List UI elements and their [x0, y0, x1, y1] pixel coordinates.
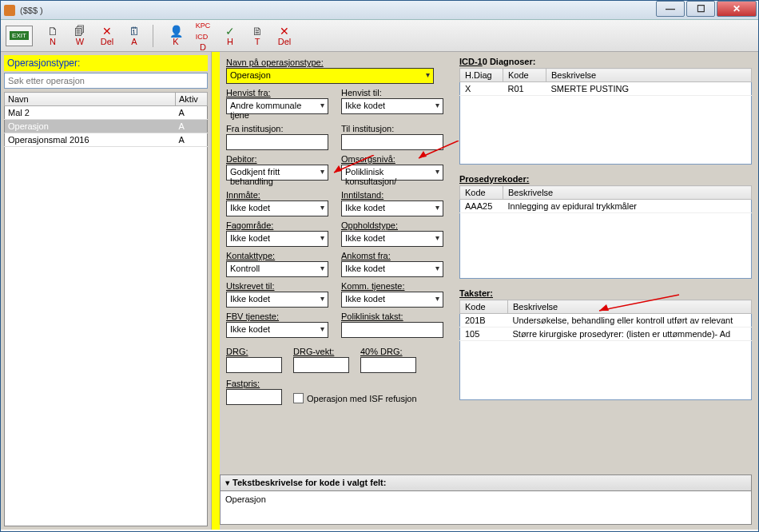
drg-input[interactable] — [226, 357, 282, 373]
fagomrade-label: Fagområde: — [226, 220, 335, 231]
drg-label: DRG: — [226, 346, 282, 357]
politakst-input[interactable] — [341, 322, 443, 338]
chevron-down-icon: ▾ — [225, 478, 230, 487]
fbv-combo[interactable]: Ikke kodet — [226, 322, 328, 338]
fra-inst-label: Fra institusjon: — [226, 123, 335, 134]
fagomrade-combo[interactable]: Ikke kodet — [226, 231, 328, 247]
toolbar-n[interactable]: 🗋N — [41, 23, 65, 49]
kontakttype-combo[interactable]: Kontroll — [226, 261, 328, 277]
isf-label: Operasjon med ISF refusjon — [307, 394, 417, 403]
toolbar-t[interactable]: 🗎T — [245, 23, 269, 49]
col-aktiv[interactable]: Aktiv — [176, 93, 208, 106]
debitor-label: Debitor: — [226, 153, 335, 165]
col-kode[interactable]: Kode — [460, 186, 503, 200]
col-hdiag[interactable]: H.Diag — [460, 69, 503, 82]
col-kode[interactable]: Kode — [460, 300, 508, 314]
kontakttype-label: Kontakttype: — [226, 250, 335, 261]
pros-grid[interactable]: Kode Beskrivelse AAA25 Innlegging av epi… — [459, 185, 752, 213]
henvist-fra-label: Henvist fra: — [226, 87, 335, 98]
toolbar-d[interactable]: KPCICDD — [191, 23, 215, 49]
komm-label: Komm. tjeneste: — [341, 280, 450, 292]
table-row[interactable]: Mal 2 A — [5, 106, 208, 120]
toolbar-w[interactable]: 🗐W — [68, 23, 92, 49]
til-inst-input[interactable] — [341, 134, 443, 150]
table-row[interactable]: X R01 SMERTE PUSTING — [460, 82, 752, 96]
inntilstand-combo[interactable]: Ikke kodet — [341, 200, 443, 216]
col-beskr[interactable]: Beskrivelse — [546, 69, 752, 82]
middle-panel: Navn på operasjonstype: Operasjon Henvis… — [220, 52, 456, 471]
fra-inst-input[interactable] — [226, 134, 328, 150]
henvist-fra-combo[interactable]: Andre kommunale tjene — [226, 98, 328, 114]
takst-grid[interactable]: Kode Beskrivelse 201B Undersøkelse, beha… — [459, 300, 752, 341]
fbv-label: FBV tjeneste: — [226, 311, 335, 322]
app-window: ($$$ ) — ☐ ✕ EXIT 🗋N 🗐W ✕Del 🗓A 👤K KPCIC… — [0, 0, 759, 532]
toolbar-del2[interactable]: ✕Del — [272, 23, 296, 49]
minimize-button[interactable]: — — [656, 1, 685, 17]
description-header[interactable]: ▾ Tekstbeskrivelse for kode i valgt felt… — [220, 474, 752, 491]
debitor-combo[interactable]: Godkjent fritt behandling — [226, 165, 328, 181]
name-input[interactable]: Operasjon — [226, 68, 434, 84]
description-body: Operasjon — [220, 491, 752, 525]
ankomst-combo[interactable]: Ikke kodet — [341, 261, 443, 277]
icd-grid[interactable]: H.Diag Kode Beskrivelse X R01 SMERTE PUS… — [459, 68, 752, 96]
maximize-button[interactable]: ☐ — [686, 1, 715, 17]
col-beskr[interactable]: Beskrivelse — [503, 186, 752, 200]
window-title: ($$$ ) — [20, 6, 43, 15]
toolbar-del[interactable]: ✕Del — [95, 23, 119, 49]
drg40-label: 40% DRG: — [360, 346, 416, 357]
til-inst-label: Til institusjon: — [341, 123, 450, 134]
fastpris-label: Fastpris: — [226, 378, 282, 389]
toolbar-a[interactable]: 🗓A — [122, 23, 146, 49]
table-row[interactable]: Operasjonsmal 2016 A — [5, 133, 208, 147]
col-beskr[interactable]: Beskrivelse — [508, 300, 752, 314]
fastpris-input[interactable] — [226, 389, 282, 405]
template-list-empty — [4, 147, 208, 526]
table-row[interactable]: Operasjon A — [5, 120, 208, 133]
drg-vekt-input[interactable] — [293, 357, 349, 373]
omsorg-label: Omsorgsnivå: — [341, 153, 450, 165]
innmate-combo[interactable]: Ikke kodet — [226, 200, 328, 216]
utskrevet-combo[interactable]: Ikke kodet — [226, 292, 328, 308]
table-row[interactable]: 201B Undersøkelse, behandling eller kont… — [460, 314, 752, 328]
oppholdstype-combo[interactable]: Ikke kodet — [341, 231, 443, 247]
toolbar-h[interactable]: ✓H — [218, 23, 242, 49]
col-kode[interactable]: Kode — [503, 69, 546, 82]
drg-vekt-label: DRG-vekt: — [293, 346, 349, 357]
komm-combo[interactable]: Ikke kodet — [341, 292, 443, 308]
toolbar: EXIT 🗋N 🗐W ✕Del 🗓A 👤K KPCICDD ✓H 🗎T ✕Del — [1, 20, 758, 52]
col-navn[interactable]: Navn — [5, 93, 176, 106]
takst-title: Takster: — [459, 288, 752, 298]
toolbar-k[interactable]: 👤K — [164, 23, 188, 49]
right-panel: ICD-10 Diagnoser: H.Diag Kode Beskrivels… — [456, 52, 758, 471]
yellow-strip — [212, 52, 220, 530]
isf-checkbox[interactable] — [293, 393, 304, 403]
henvist-til-label: Henvist til: — [341, 87, 450, 98]
exit-button[interactable]: EXIT — [6, 26, 33, 46]
titlebar: ($$$ ) — ☐ ✕ — [1, 1, 758, 20]
operation-types-header: Operasjonstyper: — [4, 55, 208, 71]
ankomst-label: Ankomst fra: — [341, 250, 450, 261]
icd-title: ICD-10 Diagnoser: — [459, 57, 752, 66]
inntilstand-label: Inntilstand: — [341, 189, 450, 200]
left-panel: Operasjonstyper: Navn Aktiv Mal 2 A Oper… — [1, 52, 212, 530]
omsorg-combo[interactable]: Poliklinisk konsultasjon/ — [341, 165, 443, 181]
utskrevet-label: Utskrevet til: — [226, 280, 335, 292]
politakst-label: Poliklinisk takst: — [341, 311, 450, 322]
template-list[interactable]: Navn Aktiv Mal 2 A Operasjon A Operasjon… — [4, 92, 208, 147]
table-row[interactable]: AAA25 Innlegging av epidural trykkmåler — [460, 200, 752, 213]
name-label: Navn på operasjonstype: — [226, 57, 450, 68]
table-row[interactable]: 105 Større kirurgiske prosedyrer: (liste… — [460, 328, 752, 341]
search-input[interactable] — [4, 73, 208, 89]
drg40-input[interactable] — [360, 357, 416, 373]
pros-title: Prosedyrekoder: — [459, 174, 752, 184]
close-button[interactable]: ✕ — [717, 1, 757, 17]
app-icon — [4, 5, 15, 16]
oppholdstype-label: Oppholdstype: — [341, 220, 450, 231]
innmate-label: Innmåte: — [226, 189, 335, 200]
henvist-til-combo[interactable]: Ikke kodet — [341, 98, 443, 114]
